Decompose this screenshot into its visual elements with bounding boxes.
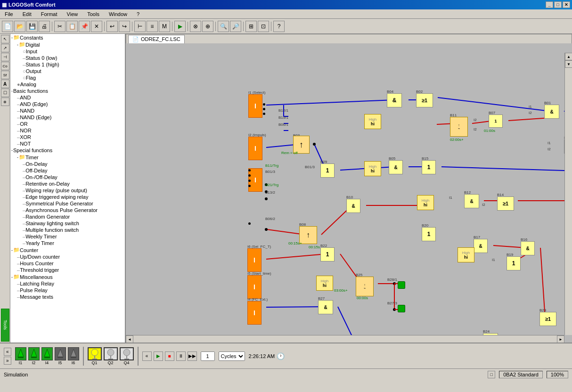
tree-item-weekly-timer[interactable]: – Weekly Timer: [10, 233, 125, 240]
block-b11[interactable]: ↑ ⌁: [450, 117, 468, 137]
block-high5[interactable]: High hi: [458, 247, 474, 262]
zoom-in-button[interactable]: 🔎: [230, 21, 241, 32]
tree-item-async-pulse[interactable]: – Asynchronous Pulse Generator: [10, 207, 125, 213]
redo-button[interactable]: ↪: [119, 21, 130, 32]
sim-play-button[interactable]: ▶: [154, 351, 163, 361]
output-q2-indicator[interactable]: Q2: [104, 347, 118, 365]
tree-item-output[interactable]: ○ Output: [10, 68, 125, 74]
tree-item-stairway[interactable]: – Stairway lighting switch: [10, 220, 125, 227]
tree-item-random-gen[interactable]: – Random Generator: [10, 213, 125, 220]
block-i1[interactable]: I: [248, 94, 262, 118]
sim-rewind-button[interactable]: «: [142, 351, 152, 361]
tree-item-hours[interactable]: – Hours Counter: [10, 260, 125, 267]
block-b05[interactable]: &: [389, 160, 403, 174]
output-q1-indicator[interactable]: Q1: [88, 347, 102, 365]
tree-item-basic[interactable]: - Basic functions: [10, 88, 125, 94]
open-button[interactable]: 📂: [14, 21, 25, 32]
scroll-down-button[interactable]: ▼: [565, 60, 572, 68]
canvas-content[interactable]: I1 (Select) I B12/1 B19/1 B06/1 I2 (Impu…: [126, 43, 572, 343]
sim-stop-button[interactable]: ■: [165, 351, 174, 361]
minimize-button[interactable]: _: [546, 1, 553, 8]
tree-item-flag[interactable]: ○ Flag: [10, 74, 125, 81]
delete-button[interactable]: ✕: [91, 21, 102, 32]
block-i5[interactable]: I: [247, 275, 261, 299]
tree-item-sym-pulse[interactable]: – Symmetrical Pulse Generator: [10, 200, 125, 207]
block-b14[interactable]: ≥1: [497, 196, 514, 211]
tree-item-misc[interactable]: - 📁 Miscellaneous: [10, 273, 125, 280]
transfer-button[interactable]: ⊕: [202, 21, 213, 32]
maximize-button[interactable]: □: [554, 1, 562, 8]
tool-comment[interactable]: ☐: [1, 89, 9, 97]
tree-item-not[interactable]: – NOT: [10, 140, 125, 147]
tree-item-yearly-timer[interactable]: – Yearly Timer: [10, 240, 125, 246]
input-i2-indicator[interactable]: I2: [28, 347, 40, 365]
canvas-tab-active[interactable]: 📄 ODREZ_FC.LSC: [128, 35, 185, 43]
tree-item-and-edge[interactable]: – AND (Edge): [10, 101, 125, 107]
tool-c[interactable]: Co: [1, 62, 9, 70]
block-b04[interactable]: &: [387, 93, 402, 107]
module-button[interactable]: M: [159, 21, 170, 32]
tree-item-counter[interactable]: - 📁 Counter: [10, 246, 125, 253]
tool-text[interactable]: A: [1, 80, 9, 88]
tool-extra[interactable]: ⊕: [1, 98, 9, 106]
scroll-up-button[interactable]: ▲: [565, 53, 572, 60]
tree-item-status1[interactable]: – Status 1 (high): [10, 61, 125, 68]
tree-item-retentive[interactable]: – Retentive on-Delay: [10, 180, 125, 187]
sim-forward-button[interactable]: ▶▶: [188, 351, 197, 361]
input-i6-indicator[interactable]: I6: [68, 347, 79, 365]
input-i1-indicator[interactable]: I1: [15, 347, 26, 365]
block-high4[interactable]: High hi: [316, 276, 333, 291]
tree-item-threshold[interactable]: – Threshold trigger: [10, 267, 125, 273]
block-b20[interactable]: 1: [422, 227, 436, 241]
menu-format[interactable]: Format: [38, 10, 60, 18]
tree-item-status0[interactable]: – Status 0 (low): [10, 55, 125, 61]
block-b23[interactable]: ≥1: [539, 312, 556, 326]
scrollbar-horizontal[interactable]: ◄ ►: [126, 335, 564, 343]
canvas-area[interactable]: 📄 ODREZ_FC.LSC: [126, 34, 572, 343]
help-context-button[interactable]: ?: [273, 21, 285, 32]
block-i2[interactable]: I: [248, 137, 262, 160]
menu-help[interactable]: ?: [134, 10, 142, 18]
input-i4-indicator[interactable]: I4: [41, 347, 53, 365]
tree-item-input[interactable]: ○ Input: [10, 48, 125, 55]
block-b10[interactable]: &: [346, 199, 360, 213]
tool-select[interactable]: ↖: [1, 35, 9, 43]
block-high3[interactable]: High hi: [417, 195, 434, 210]
undo-button[interactable]: ↩: [106, 21, 118, 32]
properties-button[interactable]: ⊞: [245, 21, 257, 32]
tree-item-offdelay[interactable]: – Off-Delay: [10, 167, 125, 174]
tree-item-analog[interactable]: ● Analog: [10, 81, 125, 88]
network-button[interactable]: ⊡: [258, 21, 269, 32]
sim-pause-button[interactable]: ⏸: [176, 351, 186, 361]
copy-button[interactable]: 📋: [66, 21, 78, 32]
tool-sf[interactable]: Sf: [1, 71, 9, 79]
block-i6[interactable]: I: [247, 248, 261, 272]
scroll-left-button[interactable]: ◄: [126, 335, 133, 343]
tree-item-wiping[interactable]: – Wiping relay (pulse output): [10, 187, 125, 194]
block-b07[interactable]: 1: [489, 114, 503, 128]
block-b09[interactable]: 1: [320, 163, 335, 178]
menu-view[interactable]: View: [64, 10, 81, 18]
block-i4[interactable]: I: [247, 301, 261, 325]
paste-button[interactable]: 📌: [79, 21, 90, 32]
menu-file[interactable]: File: [2, 10, 16, 18]
tree-item-or[interactable]: – OR: [10, 121, 125, 127]
tree-item-xor[interactable]: – XOR: [10, 134, 125, 140]
block-b25[interactable]: ↑ ⌁: [356, 277, 374, 296]
block-b22[interactable]: 1: [320, 247, 335, 261]
tree-item-latching[interactable]: – Latching Relay: [10, 280, 125, 287]
tree-item-onoffdelay[interactable]: – On-/Off-Delay: [10, 174, 125, 180]
scrollbar-vertical[interactable]: ▲ ▼: [564, 53, 572, 335]
block-b27[interactable]: &: [318, 300, 333, 314]
block-b16[interactable]: &: [521, 241, 535, 255]
tree-item-updown[interactable]: – Up/Down counter: [10, 253, 125, 260]
io-monitor-button[interactable]: ⊗: [190, 21, 201, 32]
grid-button[interactable]: ≡: [147, 21, 158, 32]
print-button[interactable]: 🖨: [39, 21, 50, 32]
block-b02[interactable]: ≥1: [416, 93, 433, 107]
block-high1[interactable]: High hi: [364, 114, 381, 129]
new-button[interactable]: 📄: [2, 21, 13, 32]
tree-item-ondelay[interactable]: – On-Delay: [10, 161, 125, 167]
cut-button[interactable]: ✂: [54, 21, 65, 32]
tree-item-constants[interactable]: - 📁 Constants: [10, 34, 125, 41]
